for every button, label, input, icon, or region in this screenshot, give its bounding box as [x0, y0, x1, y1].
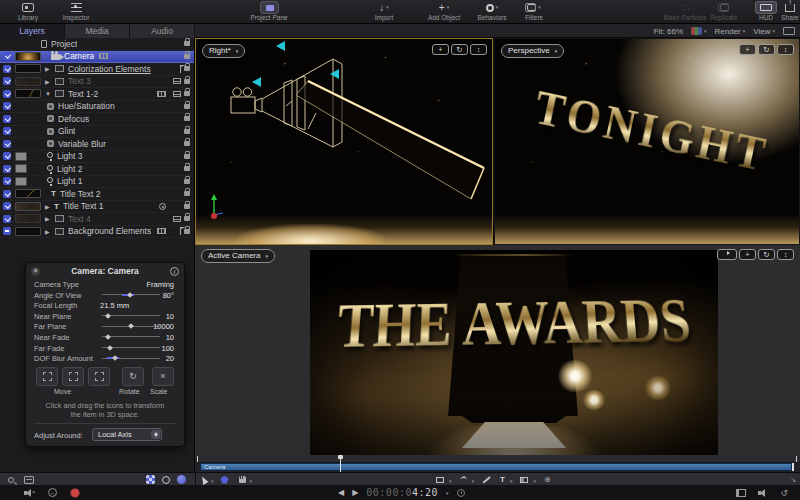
lock-icon[interactable] [184, 66, 190, 71]
show-fills-icon[interactable] [177, 475, 186, 484]
loop-playback-icon[interactable]: ↺ [780, 488, 788, 498]
move-yz-handle[interactable] [88, 367, 110, 386]
layer-row-defocus[interactable]: Defocus [0, 113, 194, 126]
hud-button[interactable]: HUD [752, 1, 780, 23]
text-tool[interactable]: T [500, 475, 505, 484]
activation-checkbox[interactable] [3, 77, 11, 85]
show-outlines-icon[interactable] [162, 476, 170, 484]
playhead[interactable] [340, 455, 341, 472]
activation-checkbox[interactable] [3, 65, 11, 73]
layer-row-colorization-elements[interactable]: ▶Colorization Elements [0, 63, 194, 76]
orbit-view-button[interactable]: ↻ [451, 44, 468, 55]
previous-frame-button[interactable]: ◀ [338, 488, 344, 497]
record-button[interactable] [71, 489, 79, 497]
activation-checkbox[interactable] [3, 115, 11, 123]
lock-icon[interactable] [184, 191, 190, 196]
pan-view-button[interactable]: + [739, 249, 756, 260]
activation-checkbox[interactable] [3, 90, 11, 98]
activation-checkbox[interactable] [3, 177, 11, 185]
bezier-tool[interactable] [460, 477, 467, 482]
hud-title-bar[interactable]: ×Camera: Camerai [26, 263, 184, 279]
lock-icon[interactable] [184, 166, 190, 171]
activation-checkbox[interactable] [3, 227, 11, 235]
channels-control[interactable]: ▾ [691, 27, 707, 35]
near-plane-slider[interactable] [102, 314, 160, 318]
viewport-perspective[interactable]: TONIGHT Perspective▾ + ↻ ↕ [494, 38, 800, 245]
activation-checkbox[interactable] [3, 152, 11, 160]
move-xy-handle[interactable] [36, 367, 58, 386]
orbit-view-button[interactable]: ↻ [758, 249, 775, 260]
inspector-button[interactable]: Inspector [52, 1, 100, 23]
viewport-camera-popup[interactable]: Right*▾ [202, 44, 245, 58]
lock-icon[interactable] [184, 141, 190, 146]
layer-row-project[interactable]: Project [0, 38, 194, 51]
viewport-right[interactable]: Right*▾ + ↻ ↕ [195, 38, 493, 245]
library-button[interactable]: Library [8, 1, 48, 23]
near-fade-slider[interactable] [102, 335, 160, 339]
filters-button[interactable]: ▾Filters [514, 1, 554, 23]
far-fade-slider[interactable] [102, 346, 160, 350]
viewport-camera-popup[interactable]: Perspective▾ [501, 44, 564, 58]
mini-timeline[interactable]: Camera [195, 455, 800, 472]
disclosure-triangle[interactable]: ▼ [45, 91, 54, 97]
display-layout-control[interactable] [783, 27, 795, 35]
dolly-view-button[interactable]: ↕ [777, 249, 794, 260]
paint-stroke-tool[interactable] [483, 476, 491, 483]
view-menu[interactable]: View▾ [753, 27, 775, 36]
search-icon[interactable] [8, 477, 14, 483]
lock-icon[interactable] [184, 129, 190, 134]
zoom-level-control[interactable]: Fit: 66% [654, 27, 683, 36]
audio-icon[interactable] [758, 488, 768, 497]
activation-checkbox[interactable] [3, 140, 11, 148]
audio-mute-icon[interactable]: × [24, 488, 34, 497]
layer-row-light-3[interactable]: Light 3 [0, 151, 194, 164]
lock-icon[interactable] [184, 216, 190, 221]
layer-row-title-text-1[interactable]: ▶TTitle Text 1 [0, 201, 194, 214]
3d-transform-tool[interactable] [221, 476, 229, 484]
layer-row-text-4[interactable]: ▶Text 4 [0, 213, 194, 226]
project-pane-button[interactable]: Project Pane [240, 1, 298, 23]
lock-icon[interactable] [184, 204, 190, 209]
info-icon[interactable]: i [170, 267, 179, 276]
angle-of-view-slider[interactable] [102, 293, 160, 297]
lock-icon[interactable] [184, 154, 190, 159]
lock-icon[interactable] [184, 179, 190, 184]
import-button[interactable]: ↓▾Import [362, 1, 406, 23]
layer-row-hue-saturation[interactable]: Hue/Saturation [0, 101, 194, 114]
activation-checkbox[interactable] [3, 190, 11, 198]
activation-checkbox[interactable] [3, 52, 11, 60]
activation-checkbox[interactable] [3, 127, 11, 135]
adjust-around-popup[interactable]: Local Axis [92, 428, 162, 441]
lock-icon[interactable] [184, 91, 190, 96]
animation-record-options-icon[interactable]: ↔ [48, 488, 57, 497]
camera-marker-icon[interactable] [330, 69, 339, 79]
pan-view-button[interactable]: + [432, 44, 449, 55]
pan-view-button[interactable]: + [739, 44, 756, 55]
tab-audio[interactable]: Audio [130, 24, 195, 38]
behaviors-button[interactable]: ▾Behaviors [468, 1, 516, 23]
mask-tool[interactable] [520, 477, 528, 483]
rectangle-tool[interactable] [436, 477, 444, 483]
disclosure-triangle[interactable]: ▶ [45, 78, 54, 85]
disclosure-triangle[interactable]: ▶ [45, 215, 54, 222]
layer-row-glint[interactable]: Glint [0, 126, 194, 139]
lock-icon[interactable] [184, 116, 190, 121]
adjust-item-tool[interactable]: ⊕ [544, 475, 551, 484]
lock-icon[interactable] [184, 41, 190, 46]
tab-media[interactable]: Media [65, 24, 130, 38]
dolly-view-button[interactable]: ↕ [777, 44, 794, 55]
chevron-down-icon[interactable]: ▾ [446, 490, 449, 496]
timeline-ruler[interactable] [195, 455, 800, 463]
render-menu[interactable]: Render▾ [715, 27, 746, 36]
close-icon[interactable]: × [31, 267, 40, 276]
camera-overlay-button[interactable] [717, 249, 737, 260]
layer-row-camera[interactable]: Camera [0, 51, 194, 64]
activation-checkbox[interactable] [3, 102, 11, 110]
layer-row-light-1[interactable]: Light 1 [0, 176, 194, 189]
viewport-camera-popup[interactable]: Active Camera▾ [201, 249, 275, 263]
play-range-in-marker[interactable] [197, 456, 202, 462]
lock-icon[interactable] [184, 104, 190, 109]
scale-handle[interactable]: × [152, 367, 174, 386]
dolly-view-button[interactable]: ↕ [470, 44, 487, 55]
select-transform-tool[interactable] [199, 475, 208, 485]
